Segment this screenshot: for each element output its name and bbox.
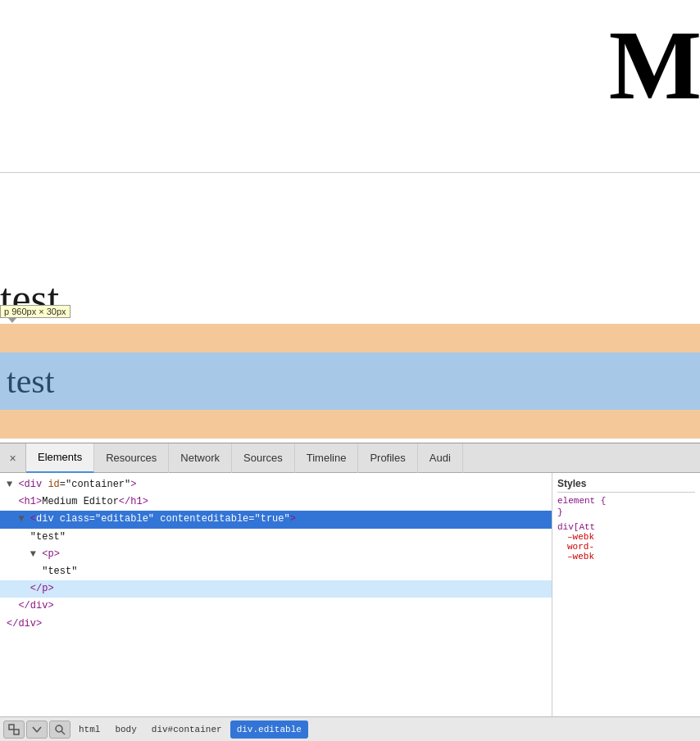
- html-line-2[interactable]: <h1>Medium Editor</h1>: [0, 493, 552, 511]
- svg-line-5: [61, 731, 65, 734]
- inspect-element-button[interactable]: [3, 721, 25, 739]
- orange-band-top: [0, 324, 700, 352]
- svg-point-4: [56, 725, 62, 732]
- html-line-5[interactable]: ▼ <p>: [0, 546, 552, 563]
- html-line-8[interactable]: </div>: [0, 598, 552, 615]
- styles-panel: Styles element { } div[Att –webk word- –…: [552, 473, 700, 716]
- svg-rect-1: [14, 730, 19, 734]
- style-prop-webkit-2: –webk: [557, 552, 695, 561]
- breadcrumb-editable[interactable]: div.editable: [230, 721, 308, 739]
- page-divider: [0, 172, 700, 173]
- html-line-9[interactable]: </div>: [0, 616, 552, 633]
- devtools-content-area: ▼ <div id="container"> <h1>Medium Editor…: [0, 473, 700, 716]
- svg-line-2: [33, 727, 37, 732]
- devtools-panel: × Elements Resources Network Sources Tim…: [0, 443, 700, 741]
- blue-content-area: test: [0, 352, 700, 410]
- blue-content-text: test: [7, 361, 54, 401]
- search-button[interactable]: [49, 721, 70, 739]
- breadcrumb-html[interactable]: html: [72, 721, 107, 739]
- svg-line-3: [37, 727, 41, 732]
- style-selector-div: div[Att: [557, 522, 695, 532]
- page-large-title: M: [609, 16, 700, 115]
- devtools-close-button[interactable]: ×: [0, 443, 26, 473]
- html-line-6[interactable]: "test": [0, 563, 552, 580]
- style-prop-webkit-1: –webk: [557, 532, 695, 542]
- style-prop-word: word-: [557, 542, 695, 552]
- html-line-4[interactable]: "test": [0, 529, 552, 546]
- tab-network[interactable]: Network: [169, 443, 232, 473]
- tab-elements[interactable]: Elements: [26, 443, 94, 473]
- tab-resources[interactable]: Resources: [94, 443, 169, 473]
- html-tree-panel[interactable]: ▼ <div id="container"> <h1>Medium Editor…: [0, 473, 552, 716]
- orange-band-bottom: [0, 410, 700, 439]
- breadcrumb-body[interactable]: body: [108, 721, 143, 739]
- page-content: M test p 960px × 30px test: [0, 0, 700, 443]
- tab-profiles[interactable]: Profiles: [358, 443, 417, 473]
- devtools-tab-bar: × Elements Resources Network Sources Tim…: [0, 443, 700, 473]
- tooltip-arrow: [8, 318, 16, 323]
- devtools-breadcrumb-bar: html body div#container div.editable: [0, 716, 700, 741]
- tab-timeline[interactable]: Timeline: [295, 443, 359, 473]
- html-line-1[interactable]: ▼ <div id="container">: [0, 476, 552, 493]
- style-selector-element: element {: [557, 496, 695, 506]
- expand-button[interactable]: [26, 721, 48, 739]
- element-size-tooltip: p 960px × 30px: [0, 305, 70, 318]
- html-line-3[interactable]: ▼ <div class="editable" contenteditable=…: [0, 511, 552, 528]
- breadcrumb-container[interactable]: div#container: [145, 721, 229, 739]
- style-selector-close: }: [557, 507, 695, 517]
- tab-audits[interactable]: Audi: [418, 443, 463, 473]
- tab-sources[interactable]: Sources: [232, 443, 295, 473]
- svg-rect-0: [9, 725, 14, 730]
- styles-header: Styles: [557, 478, 695, 493]
- html-line-7[interactable]: </p>: [0, 580, 552, 598]
